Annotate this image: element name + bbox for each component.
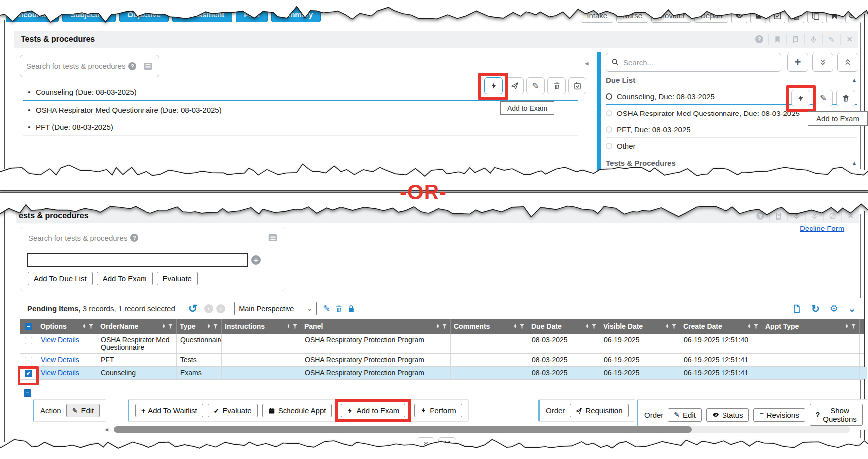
sort-icon[interactable]: ▲▼ <box>207 324 211 329</box>
send-requisition-icon[interactable] <box>505 77 524 94</box>
radio-icon[interactable] <box>606 126 612 133</box>
column-header-instructions[interactable]: Instructions▲▼ <box>222 319 301 334</box>
eye-icon[interactable] <box>731 8 747 23</box>
tab-summary[interactable]: Summary <box>271 7 321 22</box>
column-header-due-date[interactable]: Due Date▲▼ <box>528 319 600 334</box>
table-row-counseling-selected[interactable]: ✔ View Details Counseling Exams OSHA Res… <box>20 367 864 380</box>
grid-settings-gear-icon[interactable]: ⚙ <box>830 304 838 313</box>
prev-page-icon[interactable]: ‹ <box>204 304 213 313</box>
pencil-icon[interactable]: ✎ <box>526 77 545 94</box>
sort-icon[interactable]: ▲▼ <box>436 324 440 329</box>
revisions-button[interactable]: ≡Revisions <box>753 408 805 422</box>
column-header-options[interactable]: Options▲▼ <box>37 319 97 334</box>
export-file-icon[interactable] <box>792 304 801 313</box>
edit-order-button[interactable]: ✎Edit <box>668 408 702 422</box>
side-search-input[interactable]: Search... <box>606 53 781 72</box>
list-picker-icon[interactable] <box>143 61 153 71</box>
row-checkbox[interactable] <box>25 357 32 364</box>
microphone-icon[interactable] <box>804 34 822 45</box>
collapse-section-icon[interactable]: ▲ <box>851 160 857 167</box>
filter-icon[interactable] <box>851 323 856 329</box>
sort-icon[interactable]: ▲▼ <box>585 324 589 329</box>
row-checkbox[interactable] <box>25 337 32 344</box>
decline-form-link[interactable]: Decline Form <box>800 224 844 232</box>
trash-icon[interactable] <box>547 77 566 94</box>
column-header-panel[interactable]: Panel▲▼ <box>301 319 451 334</box>
select-all-footer-checkbox[interactable]: − <box>24 389 31 397</box>
decline-circle-icon[interactable] <box>823 210 841 221</box>
copy-icon[interactable] <box>807 8 823 23</box>
filter-icon[interactable] <box>213 323 218 329</box>
delete-perspective-trash-icon[interactable] <box>335 305 343 313</box>
row-checkbox-checked[interactable]: ✔ <box>25 370 32 377</box>
horizontal-scrollbar-track[interactable] <box>114 426 850 433</box>
add-circle-icon[interactable]: + <box>251 255 261 265</box>
collapse-section-icon[interactable]: ▲ <box>851 77 857 84</box>
add-to-exam-lightning-icon[interactable] <box>791 90 810 106</box>
close-icon[interactable]: ✕ <box>841 210 859 221</box>
microphone-icon[interactable] <box>787 210 805 221</box>
radio-icon[interactable] <box>606 143 612 149</box>
filter-icon[interactable] <box>591 323 597 329</box>
lock-perspective-icon[interactable] <box>347 305 355 313</box>
tab-plan[interactable]: Plan <box>236 7 268 22</box>
status-button[interactable]: Status <box>706 408 749 422</box>
list-item-pft[interactable]: • PFT (Due: 08-03-2025) <box>23 118 578 136</box>
column-header-appt-type[interactable]: Appt Type▲▼ <box>762 319 860 334</box>
requisition-button[interactable]: Requisition <box>570 404 628 417</box>
perform-button[interactable]: Perform <box>414 404 462 417</box>
row-checkbox-cell[interactable] <box>20 354 37 366</box>
row-checkbox-cell[interactable]: ✔ <box>20 367 37 379</box>
table-row-pft[interactable]: View Details PFT Tests OSHA Respiratory … <box>20 354 864 367</box>
sort-icon[interactable]: ▲▼ <box>82 324 86 329</box>
collapse-icon[interactable] <box>805 210 823 221</box>
refresh-icon[interactable]: ↻ <box>811 304 820 314</box>
calendar-check-icon[interactable] <box>769 8 785 23</box>
filter-icon[interactable] <box>671 323 677 329</box>
pencil-icon[interactable]: ✎ <box>814 90 833 106</box>
filter-icon[interactable] <box>168 323 173 329</box>
filter-icon[interactable] <box>292 323 298 329</box>
save-icon[interactable] <box>438 437 456 450</box>
filter-icon[interactable] <box>442 323 447 329</box>
tab-assessment[interactable]: Assessment <box>172 7 232 22</box>
due-list-section-header[interactable]: Due List ▲ <box>606 76 857 88</box>
column-header-create-date[interactable]: Create Date▲▼ <box>680 319 762 334</box>
tab-encounter[interactable]: Encounter <box>6 7 59 22</box>
add-button[interactable]: + <box>787 53 808 72</box>
collapse-grid-chevron-icon[interactable]: ⌄ <box>848 304 856 313</box>
scroll-left-arrow[interactable]: ◂ <box>105 425 108 433</box>
pencil-icon[interactable]: ✎ <box>822 34 840 45</box>
schedule-appt-button[interactable]: Schedule Appt <box>262 404 332 417</box>
trash-icon[interactable] <box>836 90 855 106</box>
add-to-waitlist-button[interactable]: +Add To Waitlist <box>135 404 203 417</box>
sort-icon[interactable]: ▲▼ <box>162 324 166 329</box>
intake-button[interactable]: Intake <box>581 8 613 23</box>
sort-icon[interactable]: ▲▼ <box>747 324 751 329</box>
expand-all-icon[interactable] <box>812 53 833 72</box>
book-icon[interactable] <box>786 34 804 45</box>
filter-icon[interactable] <box>519 323 525 329</box>
provider-button[interactable]: Provider <box>651 8 691 23</box>
help-icon[interactable]: ? <box>130 234 138 242</box>
horizontal-scrollbar-thumb[interactable] <box>114 426 692 433</box>
sort-icon[interactable]: ▲▼ <box>845 324 849 329</box>
table-row-osha-questionnaire[interactable]: View Details OSHA Respirator Med Questio… <box>20 334 864 354</box>
add-to-due-list-button[interactable]: Add To Due List <box>28 272 93 285</box>
add-to-exam-button[interactable]: Add to Exam <box>341 404 405 417</box>
next-page-icon[interactable]: › <box>216 304 225 313</box>
schedule-calendar-icon[interactable] <box>568 77 586 94</box>
column-header-clipped[interactable]: S <box>860 319 866 334</box>
nurse-button[interactable]: Nurse <box>616 8 648 23</box>
depart-button[interactable]: Depart <box>694 8 728 23</box>
close-icon[interactable]: ✕ <box>840 34 858 45</box>
row-checkbox-cell[interactable] <box>20 334 37 353</box>
column-header-comments[interactable]: Comments▲▼ <box>451 319 528 334</box>
help-icon[interactable]: ? <box>128 62 136 70</box>
help-icon[interactable]: ? <box>750 34 768 45</box>
side-item-other[interactable]: Other <box>606 138 857 154</box>
edit-perspective-pencil-icon[interactable]: ✎ <box>323 304 330 313</box>
collapse-panel-icon[interactable]: ◂ <box>585 59 589 68</box>
tab-objective[interactable]: Objective <box>119 7 169 22</box>
evaluate-button[interactable]: Evaluate <box>157 272 198 285</box>
